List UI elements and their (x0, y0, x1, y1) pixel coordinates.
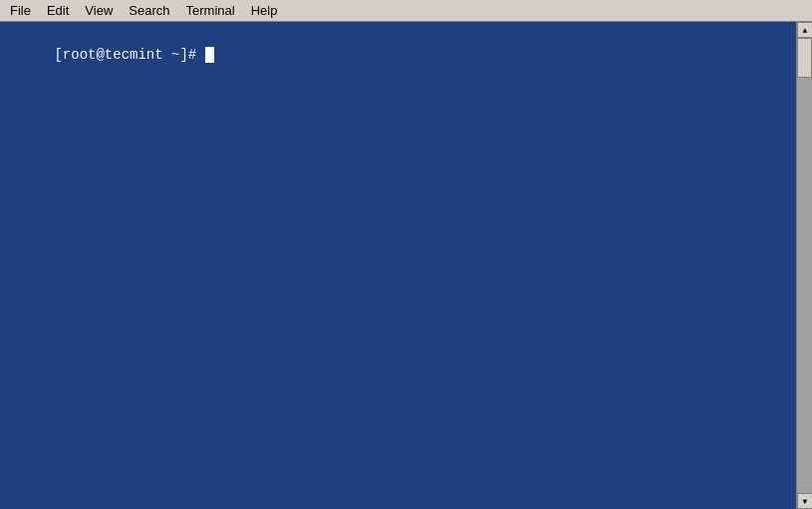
terminal-window: File Edit View Search Terminal Help [roo… (0, 0, 812, 509)
menu-file[interactable]: File (2, 0, 39, 21)
menu-view[interactable]: View (77, 0, 121, 21)
menu-search[interactable]: Search (121, 0, 177, 21)
terminal-cursor (205, 47, 214, 63)
terminal-prompt: [root@tecmint ~]# (54, 47, 204, 63)
menu-help[interactable]: Help (243, 0, 286, 21)
menubar: File Edit View Search Terminal Help (0, 0, 812, 22)
menu-edit[interactable]: Edit (39, 0, 77, 21)
terminal-content: [root@tecmint ~]# (4, 26, 808, 85)
scrollbar-track[interactable] (797, 38, 812, 493)
scrollbar-up-button[interactable]: ▲ (797, 22, 812, 38)
scrollbar-thumb[interactable] (797, 38, 812, 78)
scrollbar[interactable]: ▲ ▼ (796, 22, 812, 509)
terminal-area[interactable]: [root@tecmint ~]# ▲ ▼ (0, 22, 812, 509)
scrollbar-down-button[interactable]: ▼ (797, 493, 812, 509)
menu-terminal[interactable]: Terminal (178, 0, 243, 21)
